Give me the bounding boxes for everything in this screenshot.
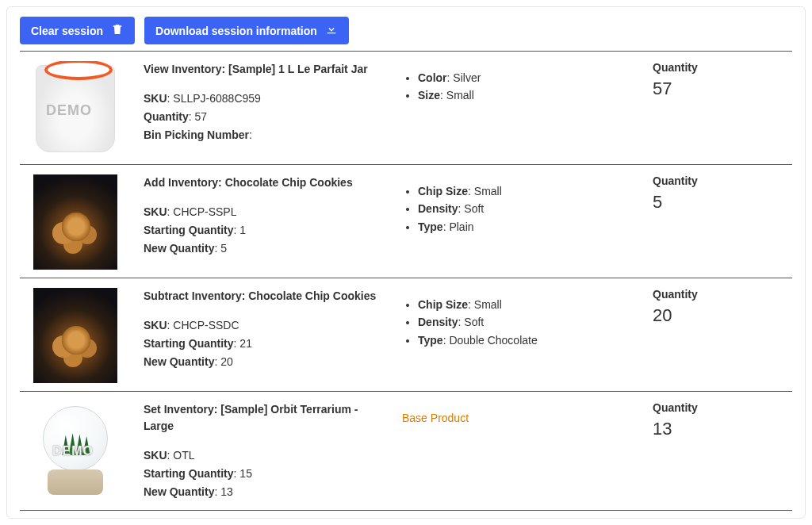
trash-icon <box>111 23 124 38</box>
starting-qty-field: Starting Quantity: 1 <box>144 222 389 239</box>
quantity-summary: Quantity 13 <box>645 401 792 439</box>
inventory-row: Add Inventory: Chocolate Chip Cookies SK… <box>20 164 792 278</box>
row-title: Set Inventory: [Sample] Orbit Terrarium … <box>144 401 389 435</box>
product-info: View Inventory: [Sample] 1 L Le Parfait … <box>144 61 389 145</box>
starting-qty-field: Starting Quantity: 21 <box>144 335 389 352</box>
quantity-field: Quantity: 57 <box>144 109 389 125</box>
inventory-session-panel: Clear session Download session informati… <box>6 6 806 519</box>
quantity-value: 13 <box>653 419 792 439</box>
attribute-item: Density: Soft <box>418 200 632 217</box>
new-qty-field: New Quantity: 5 <box>144 240 389 257</box>
product-thumbnail <box>20 174 131 270</box>
inventory-row: Set Inventory: [Sample] Orbit Terrarium … <box>20 391 792 511</box>
toolbar: Clear session Download session informati… <box>20 17 792 44</box>
terrarium-image <box>32 401 119 496</box>
cookies-image <box>33 288 117 383</box>
inventory-row: View Inventory: [Sample] 1 L Le Parfait … <box>20 51 792 164</box>
product-thumbnail <box>20 288 131 383</box>
product-attributes: Chip Size: Small Density: Soft Type: Dou… <box>402 288 632 349</box>
quantity-value: 57 <box>653 79 792 99</box>
row-title: Add Inventory: Chocolate Chip Cookies <box>144 174 389 191</box>
attribute-item: Density: Soft <box>418 313 632 331</box>
row-title: View Inventory: [Sample] 1 L Le Parfait … <box>144 61 389 78</box>
inventory-row: Subtract Inventory: Chocolate Chip Cooki… <box>20 278 792 391</box>
quantity-summary: Quantity 57 <box>645 61 792 99</box>
quantity-label: Quantity <box>653 401 792 414</box>
clear-session-label: Clear session <box>31 25 103 37</box>
clear-session-button[interactable]: Clear session <box>20 17 135 44</box>
quantity-value: 5 <box>653 192 792 213</box>
quantity-label: Quantity <box>653 288 792 301</box>
product-info: Set Inventory: [Sample] Orbit Terrarium … <box>144 401 389 502</box>
row-title: Subtract Inventory: Chocolate Chip Cooki… <box>144 288 389 305</box>
quantity-value: 20 <box>653 305 792 326</box>
attribute-item: Chip Size: Small <box>418 296 632 313</box>
attribute-item: Chip Size: Small <box>418 182 632 200</box>
quantity-label: Quantity <box>653 174 792 187</box>
sku-field: SKU: SLLPJ-6088C959 <box>144 90 389 107</box>
jar-image <box>36 65 115 152</box>
product-thumbnail <box>20 61 131 156</box>
product-info: Add Inventory: Chocolate Chip Cookies SK… <box>144 174 389 259</box>
attribute-item: Type: Plain <box>418 218 632 236</box>
product-info: Subtract Inventory: Chocolate Chip Cooki… <box>144 288 389 372</box>
product-attributes: Color: Silver Size: Small <box>402 61 632 105</box>
download-session-label: Download session information <box>155 25 317 37</box>
attribute-item: Size: Small <box>418 86 632 104</box>
sku-field: SKU: CHCP-SSPL <box>144 204 389 220</box>
new-qty-field: New Quantity: 20 <box>144 354 389 370</box>
cookies-image <box>33 174 117 270</box>
attribute-item: Color: Silver <box>418 69 632 86</box>
starting-qty-field: Starting Quantity: 15 <box>144 466 389 482</box>
product-thumbnail <box>20 401 131 496</box>
new-qty-field: New Quantity: 13 <box>144 484 389 500</box>
quantity-summary: Quantity 20 <box>645 288 792 326</box>
bin-field: Bin Picking Number: <box>144 127 389 144</box>
quantity-summary: Quantity 5 <box>645 174 792 213</box>
product-attributes: Chip Size: Small Density: Soft Type: Pla… <box>402 174 632 236</box>
base-product-label: Base Product <box>402 412 469 424</box>
quantity-label: Quantity <box>653 61 792 74</box>
download-session-button[interactable]: Download session information <box>144 17 349 44</box>
product-attributes: Base Product <box>402 401 632 427</box>
sku-field: SKU: CHCP-SSDC <box>144 317 389 334</box>
download-icon <box>325 23 338 38</box>
attribute-item: Type: Double Chocolate <box>418 331 632 349</box>
sku-field: SKU: OTL <box>144 447 389 464</box>
